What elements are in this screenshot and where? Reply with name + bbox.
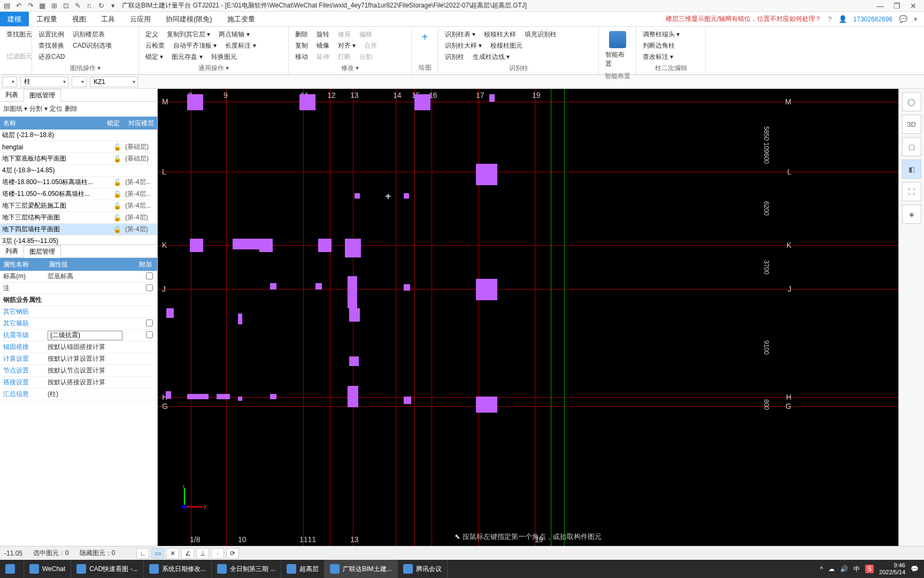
trim-button[interactable]: 修剪 bbox=[336, 29, 353, 40]
lock-icon[interactable]: 🔓 bbox=[109, 155, 125, 163]
taskbar-item[interactable]: 系统日期修改... bbox=[144, 560, 212, 578]
delete-button[interactable]: 删除 bbox=[293, 29, 310, 40]
lock-icon[interactable]: 🔓 bbox=[109, 202, 125, 210]
column-element[interactable] bbox=[348, 276, 357, 308]
property-input[interactable] bbox=[48, 331, 122, 340]
column-element[interactable] bbox=[238, 397, 242, 401]
tray-ime-icon[interactable]: 中 bbox=[853, 565, 860, 574]
property-check[interactable] bbox=[146, 331, 153, 338]
property-check[interactable] bbox=[146, 320, 153, 326]
menu-more-icon[interactable]: ▾ bbox=[914, 15, 918, 23]
drawing-row[interactable]: 地下三层梁配筋施工图 🔓 (第-4层... bbox=[0, 200, 157, 212]
gen-col-edge-button[interactable]: 生成柱边线 ▾ bbox=[471, 51, 512, 63]
copy-to-layer-button[interactable]: 复制到其它层 ▾ bbox=[165, 29, 212, 40]
tab-shitu[interactable]: 视图 bbox=[65, 12, 94, 26]
align-button[interactable]: 对齐 ▾ bbox=[336, 40, 358, 51]
taskbar-item[interactable]: 超高层 bbox=[281, 560, 325, 578]
drawing-row[interactable]: 塔楼-18.800~-11.050标高墙柱... 🔓 (第-4层... bbox=[0, 177, 157, 188]
column-element[interactable] bbox=[489, 94, 495, 102]
property-row[interactable]: 注 bbox=[0, 283, 157, 294]
column-element[interactable] bbox=[404, 193, 409, 199]
user-icon[interactable]: 👤 bbox=[838, 15, 847, 23]
locate-button[interactable]: 定位 bbox=[50, 104, 63, 113]
check-col-detail-button[interactable]: 校核柱大样 bbox=[482, 29, 518, 40]
lock-icon[interactable]: 🔓 bbox=[109, 143, 125, 151]
save-element-button[interactable]: 图元存盘 ▾ bbox=[170, 51, 204, 63]
notify-icon[interactable]: 💬 bbox=[899, 15, 907, 23]
selector-3[interactable] bbox=[72, 77, 87, 87]
qat-dropdown-icon[interactable]: ▾ bbox=[108, 1, 118, 11]
column-element[interactable] bbox=[349, 356, 359, 366]
adjust-col-end-button[interactable]: 调整柱端头 ▾ bbox=[641, 29, 682, 40]
tab-yunyingyong[interactable]: 云应用 bbox=[122, 12, 158, 26]
drawing-row[interactable]: 3层 (-14.85~-11.05) bbox=[0, 235, 157, 245]
auto-align-top-button[interactable]: 自动平齐顶板 ▾ bbox=[171, 40, 219, 51]
redo-icon[interactable]: ↷ bbox=[26, 1, 35, 11]
tray-cloud-icon[interactable]: ☁ bbox=[828, 565, 835, 573]
snap-mid-icon[interactable]: · bbox=[211, 548, 224, 559]
view-3d-icon[interactable]: 3D bbox=[902, 115, 921, 134]
selector-1[interactable] bbox=[2, 77, 17, 87]
property-row[interactable]: 锚固搭接 按默认锚固搭接计算 bbox=[0, 341, 157, 353]
restore-cad-button[interactable]: 还原CAD bbox=[36, 51, 67, 63]
snap-angle-icon[interactable]: ∠ bbox=[181, 548, 194, 559]
snap-endpoint-icon[interactable]: ∟ bbox=[136, 548, 149, 559]
tray-sogou-icon[interactable]: S bbox=[865, 565, 874, 573]
column-element[interactable] bbox=[187, 394, 209, 399]
identify-col-detail-button[interactable]: 识别柱大样 ▾ bbox=[443, 40, 484, 51]
lock-icon[interactable]: 🔓 bbox=[109, 179, 125, 186]
undo-icon[interactable]: ↶ bbox=[14, 1, 24, 11]
column-element[interactable] bbox=[166, 391, 171, 399]
break-button[interactable]: 打断 bbox=[336, 51, 353, 63]
convert-element-button[interactable]: 转换图元 bbox=[209, 51, 239, 63]
judge-corner-col-button[interactable]: 判断边角柱 bbox=[641, 40, 677, 51]
column-element[interactable] bbox=[270, 283, 276, 290]
cad-options-button[interactable]: CAD识别选项 bbox=[71, 40, 114, 51]
tab-gongchengliang[interactable]: 工程量 bbox=[29, 12, 65, 26]
view-box-icon[interactable]: ▢ bbox=[902, 137, 921, 156]
qat-icon-5[interactable]: ⎌ bbox=[84, 1, 94, 11]
view-cube-icon[interactable]: ◧ bbox=[902, 159, 921, 179]
taskbar-item[interactable]: 腾讯会议 bbox=[398, 560, 448, 578]
lock-icon[interactable]: 🔓 bbox=[109, 191, 125, 198]
tray-sound-icon[interactable]: 🔊 bbox=[840, 565, 848, 573]
find-element-button[interactable]: 查找图元 bbox=[4, 29, 27, 40]
column-element[interactable] bbox=[349, 308, 360, 322]
column-element[interactable] bbox=[404, 397, 411, 404]
copy-button[interactable]: 复制 bbox=[293, 40, 310, 51]
taskbar-item[interactable]: 全日制第三期 ... bbox=[212, 560, 281, 578]
qat-icon-6[interactable]: ↻ bbox=[96, 1, 106, 11]
check-col-element-button[interactable]: 校核柱图元 bbox=[488, 40, 525, 51]
qat-menu-icon[interactable]: ▤ bbox=[2, 1, 12, 11]
column-element[interactable] bbox=[217, 394, 230, 399]
property-row[interactable]: 节点设置 按默认节点设置计算 bbox=[0, 365, 157, 377]
column-element[interactable] bbox=[315, 283, 322, 290]
snap-x-icon[interactable]: ✕ bbox=[166, 548, 179, 559]
identify-col-button[interactable]: 识别柱 bbox=[443, 51, 466, 63]
drawing-row[interactable]: 地下四层墙柱平面图 🔓 (第-4层) bbox=[0, 224, 157, 235]
define-button[interactable]: 定义 bbox=[143, 29, 160, 40]
view-globe-icon[interactable]: ◯ bbox=[902, 92, 921, 111]
column-element[interactable] bbox=[259, 239, 273, 252]
minimize-button[interactable]: — bbox=[876, 2, 884, 10]
property-check[interactable] bbox=[146, 272, 153, 279]
viewport[interactable]: + X Y ⬉ 按鼠标左键指定第一个角点，或拾取构件图元 MMLLKKJJHHG… bbox=[158, 89, 898, 546]
column-element[interactable] bbox=[404, 284, 410, 291]
split-drawing-button[interactable]: 分割 ▾ bbox=[29, 104, 47, 113]
qat-icon-2[interactable]: ⊞ bbox=[49, 1, 59, 11]
merge-button[interactable]: 合并 bbox=[362, 40, 379, 51]
column-element[interactable] bbox=[318, 239, 332, 252]
tab-xietong[interactable]: 协同建模(限免) bbox=[158, 12, 220, 26]
smart-layout-button[interactable]: 智能布置 bbox=[603, 29, 632, 71]
rotate-button[interactable]: 旋转 bbox=[314, 29, 332, 40]
property-row[interactable]: 其它箍筋 bbox=[0, 318, 157, 330]
find-replace-button[interactable]: 查找替换 bbox=[36, 40, 66, 51]
tray-clock[interactable]: 9:46 2022/5/14 bbox=[879, 562, 905, 576]
add-drawing-button[interactable]: 加图纸 ▾ bbox=[3, 104, 27, 113]
taskbar-item[interactable]: WeChat bbox=[24, 560, 71, 578]
qat-icon-4[interactable]: ✎ bbox=[73, 1, 82, 11]
offset-button[interactable]: 偏移 bbox=[357, 29, 374, 40]
tray-chevron-icon[interactable]: ^ bbox=[820, 565, 823, 573]
maximize-button[interactable]: ❐ bbox=[894, 2, 900, 10]
property-check[interactable] bbox=[146, 284, 153, 291]
